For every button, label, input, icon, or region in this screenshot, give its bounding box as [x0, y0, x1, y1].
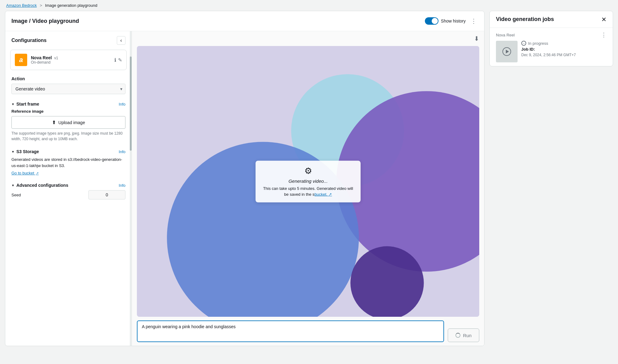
config-sidebar: Configurations ‹ a Nova Reel v1 On-deman…	[5, 31, 132, 346]
job-item: Nova Reel ⋮ − In progress Job ID	[490, 28, 613, 66]
advanced-info[interactable]: Info	[119, 183, 125, 188]
panel-dots-menu[interactable]: ⋮	[469, 16, 478, 26]
scrollbar-track	[130, 31, 132, 346]
model-icons: ℹ ✎	[114, 57, 122, 63]
model-card: a Nova Reel v1 On-demand ℹ ✎	[10, 50, 127, 70]
config-title: Configurations	[11, 38, 47, 43]
panel-title: Image / Video playground	[11, 18, 79, 24]
show-history-toggle-group: Show history	[425, 17, 466, 25]
collapse-sidebar-button[interactable]: ‹	[117, 36, 125, 45]
jobs-panel: Video generation jobs ✕ Nova Reel ⋮ −	[489, 11, 613, 66]
job-item-header: Nova Reel ⋮	[496, 31, 607, 38]
action-select-wrapper: Generate video ▾	[11, 84, 125, 94]
start-frame-header: ▼ Start frame Info	[5, 98, 132, 108]
job-date: Dec 9, 2024, 2:56:46 PM GMT+7	[521, 53, 576, 57]
seed-row: Seed	[11, 190, 125, 199]
job-thumbnail	[496, 41, 518, 62]
canvas-container: ⚙ Generating video... This can take upto…	[137, 46, 479, 317]
job-status: − In progress	[521, 41, 576, 46]
job-dots-menu[interactable]: ⋮	[601, 31, 607, 38]
upload-icon: ⬆	[52, 119, 56, 125]
config-sidebar-header: Configurations ‹	[5, 31, 132, 47]
job-status-text: In progress	[528, 41, 548, 46]
s3-body: Generated videos are stored in s3://bedr…	[5, 155, 132, 179]
breadcrumb: Amazon Bedrock > Image generation playgr…	[0, 0, 618, 11]
play-icon[interactable]	[502, 47, 511, 56]
s3-label: S3 Storage	[16, 149, 39, 154]
generating-desc-text: This can take upto 5 minutes. Generated …	[263, 186, 353, 197]
canvas-toolbar: ⬇	[137, 35, 479, 42]
panel-body: Configurations ‹ a Nova Reel v1 On-deman…	[5, 31, 484, 346]
start-frame-label: Start frame	[16, 102, 39, 107]
start-frame-info[interactable]: Info	[119, 102, 125, 107]
go-to-bucket-link[interactable]: Go to bucket ↗	[11, 171, 39, 175]
s3-toggle[interactable]: ▼ S3 Storage	[11, 149, 39, 154]
breadcrumb-parent[interactable]: Amazon Bedrock	[6, 3, 37, 8]
advanced-triangle: ▼	[11, 184, 15, 187]
model-type: On-demand	[31, 60, 58, 65]
s3-description: Generated videos are stored in s3://bedr…	[11, 157, 125, 169]
header-right: Show history ⋮	[425, 16, 478, 26]
start-frame-toggle[interactable]: ▼ Start frame	[11, 102, 39, 107]
start-frame-body: Reference image ⬆ Upload image The suppo…	[5, 108, 132, 145]
generating-title: Generating video...	[263, 178, 353, 183]
generating-desc: This can take upto 5 minutes. Generated …	[263, 185, 353, 197]
svg-point-4	[350, 246, 424, 317]
advanced-toggle[interactable]: ▼ Advanced configurations	[11, 183, 68, 188]
jobs-panel-header: Video generation jobs ✕	[490, 11, 613, 28]
seed-label: Seed	[11, 193, 21, 197]
breadcrumb-current: Image generation playground	[45, 3, 97, 8]
s3-storage-section: ▼ S3 Storage Info Generated videos are s…	[5, 145, 132, 179]
panel-header: Image / Video playground Show history ⋮	[5, 11, 484, 31]
show-history-toggle[interactable]	[425, 17, 438, 25]
canvas-area: ⬇	[132, 31, 484, 346]
model-edit-icon[interactable]: ✎	[118, 57, 122, 63]
generating-spinner-icon: ⚙	[263, 165, 353, 176]
upload-image-button[interactable]: ⬆ Upload image	[11, 116, 125, 129]
advanced-config-section: ▼ Advanced configurations Info Seed	[5, 179, 132, 203]
model-info: Nova Reel v1 On-demand	[31, 55, 58, 65]
prompt-textarea[interactable]	[137, 320, 444, 342]
breadcrumb-separator: >	[40, 3, 42, 8]
start-frame-section: ▼ Start frame Info Reference image ⬆ Upl…	[5, 98, 132, 145]
s3-header: ▼ S3 Storage Info	[5, 145, 132, 155]
start-frame-triangle: ▼	[11, 103, 15, 106]
reference-image-label: Reference image	[11, 109, 125, 114]
generating-overlay: ⚙ Generating video... This can take upto…	[256, 161, 361, 202]
model-version: v1	[54, 56, 58, 60]
upload-helper-text: The supported image types are png, jpeg.…	[11, 131, 125, 142]
download-button[interactable]: ⬇	[474, 35, 479, 42]
amazon-logo: a	[15, 54, 27, 66]
s3-triangle: ▼	[11, 150, 15, 153]
run-spinner	[455, 333, 460, 338]
advanced-body: Seed	[5, 189, 132, 203]
advanced-header: ▼ Advanced configurations Info	[5, 179, 132, 189]
generating-external-icon: ↗	[328, 192, 332, 197]
job-model-name: Nova Reel	[496, 33, 515, 37]
model-name: Nova Reel v1	[31, 55, 58, 60]
model-name-text: Nova Reel	[31, 55, 52, 60]
action-label: Action	[11, 76, 125, 81]
run-button[interactable]: Run	[448, 328, 479, 342]
action-select[interactable]: Generate video	[11, 84, 125, 94]
s3-external-icon: ↗	[36, 171, 39, 175]
prompt-area: Run	[137, 320, 479, 342]
jobs-panel-title: Video generation jobs	[496, 16, 554, 23]
advanced-label: Advanced configurations	[16, 183, 68, 188]
s3-info[interactable]: Info	[119, 149, 125, 154]
action-section: Action Generate video ▾	[5, 73, 132, 98]
job-id-label: Job ID:	[521, 47, 576, 52]
run-button-label: Run	[463, 333, 472, 338]
show-history-label: Show history	[441, 19, 466, 23]
scrollbar-thumb[interactable]	[130, 56, 132, 151]
playground-panel: Image / Video playground Show history ⋮ …	[5, 11, 485, 346]
job-content: − In progress Job ID: Dec 9, 2024, 2:56:…	[496, 41, 607, 62]
upload-label: Upload image	[58, 120, 85, 125]
status-icon: −	[521, 41, 526, 46]
job-details: − In progress Job ID: Dec 9, 2024, 2:56:…	[521, 41, 576, 57]
jobs-panel-close-button[interactable]: ✕	[601, 16, 607, 23]
generating-bucket-link[interactable]: bucket. ↗	[315, 192, 332, 197]
seed-input[interactable]	[88, 190, 125, 199]
model-info-icon[interactable]: ℹ	[114, 57, 116, 63]
play-triangle	[506, 50, 509, 53]
